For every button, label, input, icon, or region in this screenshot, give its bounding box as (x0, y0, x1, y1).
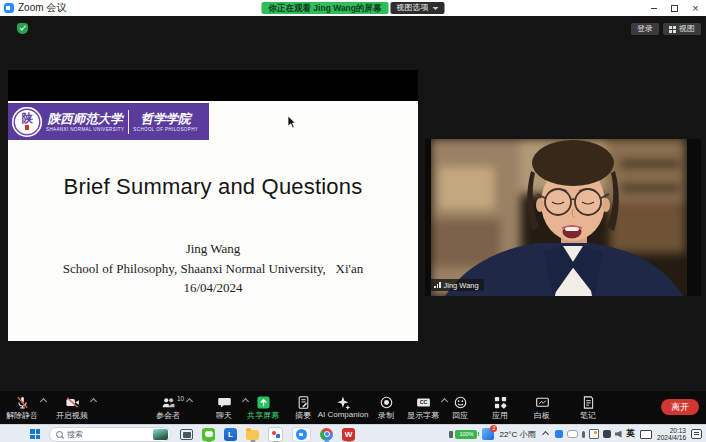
summary-icon (296, 395, 311, 410)
search-icon (56, 431, 63, 438)
search-placeholder: 搜索 (67, 429, 83, 440)
chat-icon (217, 395, 232, 410)
touch-keyboard-icon[interactable] (640, 430, 652, 439)
microphone-tray-icon[interactable] (582, 431, 585, 438)
zoom-camera-icon (296, 429, 307, 440)
participants-icon (161, 395, 176, 410)
windows-taskbar: 搜索 L W 100% 2 22°C 小雨 (0, 424, 706, 442)
maximize-button[interactable] (664, 0, 685, 16)
notification-badge: 2 (490, 425, 497, 432)
notes-button[interactable]: 笔记 (560, 395, 616, 421)
university-name-block: 陕西师范大学 SHAANXI NORMAL UNIVERSITY (44, 112, 126, 132)
tray-icons (555, 429, 622, 439)
clock-time: 20:13 (657, 427, 686, 435)
titlebar-center: 你正在观看 Jing Wang的屏幕 视图选项 (261, 2, 444, 14)
zoom-logo-icon (4, 3, 14, 13)
canvas-header-buttons: 登录 视图 (631, 23, 701, 35)
university-name-cn: 陕西师范大学 (48, 112, 123, 126)
shared-slide: 陕 陕西师范大学 SHAANXI NORMAL UNIVERSITY 哲学学院 … (8, 70, 418, 341)
apps-icon (493, 395, 508, 410)
zoom-taskbar-icon[interactable] (292, 427, 311, 442)
svg-text:CC: CC (419, 399, 427, 405)
ime-indicator[interactable]: 英 (627, 428, 636, 440)
slide-author: Jing Wang (8, 239, 418, 259)
file-explorer-icon[interactable] (246, 430, 259, 440)
signin-label: 登录 (637, 23, 653, 35)
power-plug-icon (449, 431, 453, 438)
start-button[interactable] (30, 429, 40, 439)
close-button[interactable]: × (685, 0, 706, 16)
meeting-toolbar: 解除静音 开启视频 10 参会者 聊天 共享屏幕 摘要 AI Companion (0, 390, 706, 425)
pc-manager-icon[interactable]: L (224, 428, 237, 441)
connection-signal-icon (434, 282, 441, 288)
taskbar-clock[interactable]: 20:13 2024/4/16 (657, 427, 686, 442)
ai-sparkle-icon (336, 395, 351, 410)
participant-name: Jing Wang (444, 281, 479, 290)
tray-app-icon[interactable] (603, 430, 611, 438)
university-banner: 陕 陕西师范大学 SHAANXI NORMAL UNIVERSITY 哲学学院 … (8, 103, 209, 140)
unmute-button[interactable]: 解除静音 (0, 395, 50, 421)
task-view-button[interactable] (180, 429, 193, 440)
wps-icon[interactable]: W (342, 428, 355, 441)
chevron-down-icon (433, 7, 439, 10)
weather-status[interactable]: 22°C 小雨 (499, 429, 535, 440)
notification-center-icon[interactable] (691, 429, 702, 439)
close-icon: × (692, 3, 698, 14)
signin-button[interactable]: 登录 (631, 23, 659, 35)
leave-button[interactable]: 离开 (661, 399, 699, 415)
cloud-sync-icon[interactable] (567, 430, 578, 438)
view-button[interactable]: 视图 (663, 23, 701, 35)
minimize-button[interactable] (643, 0, 664, 16)
watching-screen-banner: 你正在观看 Jing Wang的屏幕 (261, 2, 388, 14)
participant-nametag: Jing Wang (430, 279, 484, 291)
window-titlebar: Zoom 会议 你正在观看 Jing Wang的屏幕 视图选项 × (0, 0, 706, 16)
view-options-label: 视图选项 (397, 2, 429, 14)
participants-button[interactable]: 10 参会者 (140, 395, 196, 421)
window-controls: × (643, 0, 706, 16)
start-video-button[interactable]: 开启视频 (44, 395, 100, 421)
chevron-up-icon[interactable] (90, 398, 97, 405)
share-screen-icon (256, 395, 271, 410)
chevron-up-icon[interactable] (186, 398, 193, 405)
wechat-icon[interactable] (202, 428, 215, 441)
view-grid-icon (669, 26, 672, 29)
meeting-app-icon[interactable] (268, 427, 283, 442)
battery-indicator[interactable]: 100% (449, 430, 477, 439)
slide-title: Brief Summary and Questions (8, 174, 418, 200)
video-off-icon (65, 395, 80, 410)
security-shield-icon[interactable] (17, 23, 28, 34)
taskbar-apps: 搜索 L W (0, 425, 355, 442)
view-label: 视图 (679, 23, 695, 35)
captions-icon: CC (416, 395, 431, 410)
volume-icon[interactable] (615, 431, 622, 438)
search-highlight-image[interactable] (153, 429, 168, 440)
maximize-icon (671, 5, 678, 12)
slide-page: 陕 陕西师范大学 SHAANXI NORMAL UNIVERSITY 哲学学院 … (8, 101, 418, 341)
window-title: Zoom 会议 (18, 1, 66, 15)
tray-app-icon[interactable] (555, 430, 563, 438)
participant-video[interactable]: Jing Wang (425, 139, 701, 296)
view-options-button[interactable]: 视图选项 (391, 2, 445, 14)
school-name-cn: 哲学学院 (141, 112, 191, 126)
school-name-en: SCHOOL OF PHILOSOPHY (133, 127, 198, 132)
zoom-meeting-window: Zoom 会议 你正在观看 Jing Wang的屏幕 视图选项 × 登录 视图 (0, 0, 706, 442)
taskbar-tray: 100% 2 22°C 小雨 英 20:13 2024/4/16 (449, 425, 702, 442)
battery-percent: 100% (455, 430, 477, 439)
mouse-cursor (288, 116, 297, 129)
slide-affiliation: School of Philosophy, Shaanxi Normal Uni… (8, 259, 418, 279)
screenshot-tool-icon[interactable] (589, 429, 599, 439)
taskbar-search[interactable]: 搜索 (49, 427, 171, 442)
weather-app-icon[interactable]: 2 (482, 428, 494, 440)
slide-meta: Jing Wang School of Philosophy, Shaanxi … (8, 239, 418, 298)
notes-icon (581, 395, 596, 410)
minimize-icon (651, 8, 657, 9)
university-name-en: SHAANXI NORMAL UNIVERSITY (46, 127, 124, 132)
university-logo: 陕 (12, 107, 42, 137)
whiteboard-icon (535, 395, 550, 410)
participants-count-badge: 10 (177, 395, 184, 402)
hidden-icons-chevron[interactable] (542, 430, 549, 437)
slide-date: 16/04/2024 (8, 278, 418, 298)
banner-divider (128, 110, 129, 134)
chrome-icon[interactable] (320, 428, 333, 441)
mic-off-icon (15, 395, 30, 410)
